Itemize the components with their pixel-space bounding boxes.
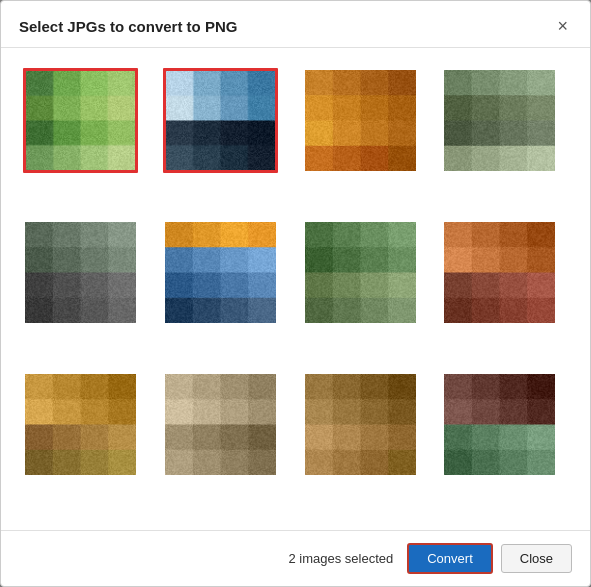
close-icon[interactable]: × xyxy=(553,15,572,37)
image-cell[interactable] xyxy=(442,220,557,325)
dialog-title: Select JPGs to convert to PNG xyxy=(19,18,237,35)
image-cell[interactable] xyxy=(23,220,138,325)
selected-count: 2 images selected xyxy=(288,551,393,566)
image-cell[interactable] xyxy=(23,68,138,173)
dialog: Select JPGs to convert to PNG × 2 images… xyxy=(0,0,591,587)
image-cell[interactable] xyxy=(303,372,418,477)
dialog-header: Select JPGs to convert to PNG × xyxy=(1,1,590,48)
dialog-footer: 2 images selected Convert Close xyxy=(1,530,590,586)
image-cell[interactable] xyxy=(163,372,278,477)
image-grid xyxy=(1,48,590,530)
image-cell[interactable] xyxy=(303,220,418,325)
image-cell[interactable] xyxy=(303,68,418,173)
close-button[interactable]: Close xyxy=(501,544,572,573)
image-cell[interactable] xyxy=(163,220,278,325)
image-cell[interactable] xyxy=(442,68,557,173)
convert-button[interactable]: Convert xyxy=(407,543,493,574)
image-cell[interactable] xyxy=(23,372,138,477)
image-cell[interactable] xyxy=(163,68,278,173)
image-cell[interactable] xyxy=(442,372,557,477)
